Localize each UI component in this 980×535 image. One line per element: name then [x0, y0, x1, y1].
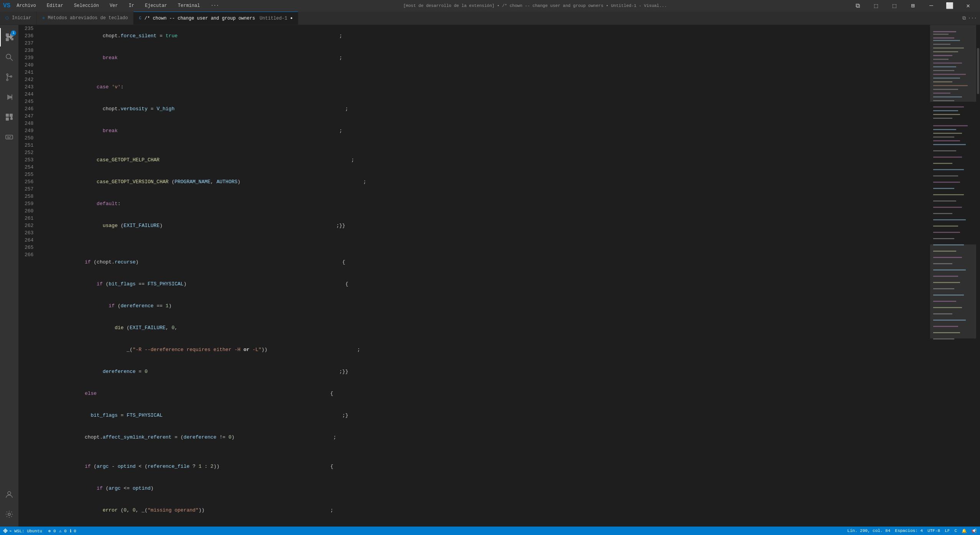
minimap-slider[interactable] [930, 25, 976, 102]
menu-ir[interactable]: Ir [126, 2, 136, 9]
status-right: Lín. 290, col. 84 Espacios: 4 UTF-8 LF C… [847, 528, 977, 533]
code-line-243: case_GETOPT_VERSION_CHAR (PROGRAM_NAME, … [43, 171, 927, 193]
cursor-position[interactable]: Lín. 290, col. 84 [847, 528, 890, 533]
svg-rect-12 [6, 118, 9, 121]
line-ending-indicator[interactable]: LF [945, 528, 950, 533]
svg-line-5 [10, 58, 13, 61]
svg-rect-14 [11, 117, 12, 118]
language-indicator[interactable]: C [954, 528, 957, 533]
scrollbar-vertical[interactable] [976, 25, 980, 527]
menu-more[interactable]: ··· [208, 2, 221, 9]
svg-marker-9 [7, 94, 12, 100]
activity-account[interactable] [0, 485, 18, 504]
menu-ejecutar[interactable]: Ejecutar [143, 2, 170, 9]
svg-rect-60 [933, 194, 964, 195]
activity-extensions-view[interactable] [0, 108, 18, 126]
extensions-badge: 1 [11, 30, 16, 36]
menu-editar[interactable]: Editar [45, 2, 66, 9]
menu-terminal[interactable]: Terminal [175, 2, 202, 9]
svg-rect-67 [933, 238, 954, 239]
activity-remote[interactable] [0, 128, 18, 146]
code-line-254: bit_flags = FTS_PHYSICAL ;} [43, 404, 927, 426]
svg-rect-72 [933, 270, 966, 270]
code-line-236: break ; [43, 47, 927, 69]
activity-search[interactable] [0, 48, 18, 66]
title-bar: VS Archivo Editar Selección Ver Ir Ejecu… [0, 0, 980, 12]
account-icon [5, 490, 13, 499]
search-icon [5, 53, 13, 61]
broadcast-icon[interactable]: 📢 [972, 528, 977, 533]
svg-rect-0 [6, 33, 9, 36]
spaces-indicator[interactable]: Espacios: 4 [895, 528, 923, 533]
window-title: [Host de desarrollo de la extensión] • /… [225, 3, 845, 8]
svg-rect-73 [933, 276, 958, 277]
svg-rect-69 [933, 251, 956, 252]
svg-rect-57 [930, 244, 976, 338]
activity-extensions[interactable]: 1 [0, 28, 18, 46]
tab-iniciar-label: Iniciar [12, 15, 31, 21]
layout2-button[interactable]: ⬚ [886, 0, 903, 12]
close-button[interactable]: ✕ [959, 0, 977, 12]
activity-source-control[interactable] [0, 68, 18, 86]
menu-archivo[interactable]: Archivo [14, 2, 38, 9]
svg-rect-78 [933, 307, 962, 308]
split-editor-button[interactable]: ⧉ [849, 0, 866, 12]
tab-keyboard[interactable]: ≡ Métodos abreviados de teclado [37, 12, 134, 25]
wsl-indicator[interactable]: ⌁ WSL: Ubuntu [0, 527, 45, 535]
code-line-248: if (bit_flags == FTS_PHYSICAL) { [43, 273, 927, 295]
code-lines[interactable]: chopt.force_silent = true ; break [40, 25, 930, 527]
code-line-249: if (dereference == 1) [43, 295, 927, 317]
svg-point-19 [8, 492, 11, 495]
code-line-255: chopt.affect_symlink_referent = (derefer… [43, 426, 927, 448]
menu-ver[interactable]: Ver [107, 2, 121, 9]
code-line-235: chopt.force_silent = true ; [43, 25, 927, 47]
maximize-button[interactable]: ⬜ [941, 0, 959, 12]
notifications-bell[interactable]: 🔔 [962, 528, 967, 533]
svg-rect-53 [933, 157, 962, 157]
status-bar: ⌁ WSL: Ubuntu ⊗ 0 ⚠ 0 ℹ 0 Lín. 290, col.… [0, 527, 980, 535]
svg-rect-64 [933, 219, 966, 220]
svg-rect-62 [933, 207, 962, 207]
svg-point-7 [7, 79, 8, 81]
info-indicator[interactable]: ℹ 0 [70, 528, 76, 533]
svg-point-4 [6, 54, 11, 59]
tab-chown-label: /* chown -- change user and group owners [144, 16, 255, 21]
activity-run[interactable] [0, 88, 18, 106]
more-tabs-icon[interactable]: ··· [968, 15, 977, 21]
svg-rect-68 [933, 244, 964, 245]
wsl-label: ⌁ WSL: Ubuntu [9, 528, 42, 533]
minimap [930, 25, 976, 527]
code-editor[interactable]: 235 236 237 238 239 240 241 242 243 244 … [18, 25, 980, 527]
activity-settings[interactable] [0, 505, 18, 523]
encoding-indicator[interactable]: UTF-8 [927, 528, 940, 533]
layout3-button[interactable]: ⊞ [904, 0, 922, 12]
warnings-indicator[interactable]: ⚠ 0 [59, 528, 67, 533]
remote-status-icon [3, 528, 8, 533]
scrollbar-thumb[interactable] [977, 48, 979, 94]
tab-modified-dot: ● [290, 16, 293, 20]
svg-rect-2 [6, 38, 9, 41]
tab-chown[interactable]: C /* chown -- change user and group owne… [134, 12, 298, 25]
menu-seleccion[interactable]: Selección [72, 2, 101, 9]
status-left: ⌁ WSL: Ubuntu ⊗ 0 ⚠ 0 ℹ 0 [3, 527, 76, 535]
remote-icon [5, 133, 13, 141]
code-content: 235 236 237 238 239 240 241 242 243 244 … [18, 25, 980, 527]
line-numbers: 235 236 237 238 239 240 241 242 243 244 … [18, 25, 40, 527]
svg-rect-75 [933, 288, 954, 289]
code-line-242: case_GETOPT_HELP_CHAR ; [43, 149, 927, 171]
code-line-258: if (argc <= optind) [43, 477, 927, 499]
minimize-button[interactable]: — [922, 0, 940, 12]
svg-rect-66 [933, 232, 960, 233]
svg-rect-44 [933, 114, 960, 115]
svg-rect-10 [6, 114, 9, 117]
menu-bar[interactable]: Archivo Editar Selección Ver Ir Ejecutar… [14, 2, 221, 9]
tab-iniciar[interactable]: ⬡ Iniciar [0, 12, 37, 25]
split-tab-icon[interactable]: ⧉ [962, 15, 966, 21]
errors-indicator[interactable]: ⊗ 0 [48, 528, 56, 533]
code-line-260: else [43, 521, 927, 527]
svg-rect-76 [933, 295, 964, 295]
window-controls[interactable]: ⧉ ⬚ ⬚ ⊞ — ⬜ ✕ [849, 0, 977, 12]
code-line-244: default: [43, 193, 927, 215]
layout-button[interactable]: ⬚ [867, 0, 885, 12]
tab-chown-icon: C [139, 16, 141, 20]
